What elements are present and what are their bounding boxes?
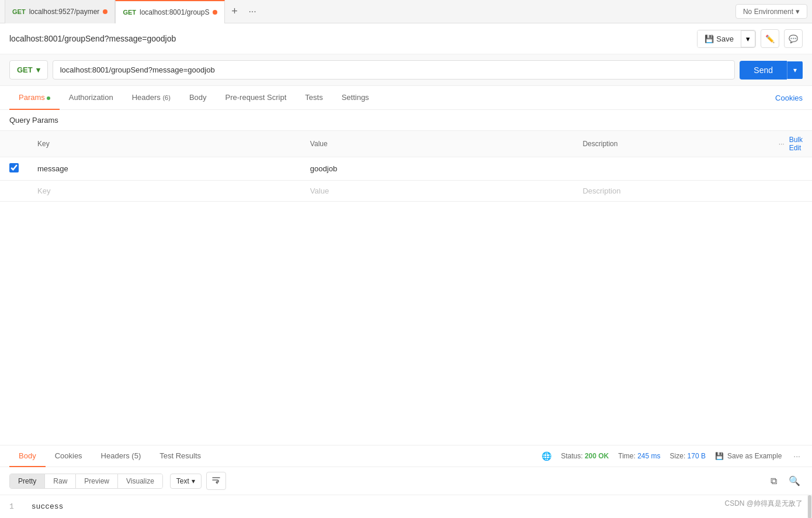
save-icon: 💾: [715, 452, 724, 460]
save-button-group: 💾 Save ▾: [697, 30, 756, 48]
time-value: 245 ms: [637, 452, 660, 460]
format-tab-visualize[interactable]: Visualize: [118, 474, 162, 488]
main-content: localhost:8001/groupSend?message=goodjob…: [0, 23, 812, 518]
size-value: 170 B: [688, 452, 706, 460]
resp-tab-cookies-label: Cookies: [55, 451, 82, 460]
empty-description-cell[interactable]: Description: [573, 181, 769, 202]
send-button[interactable]: Send: [740, 61, 787, 80]
method-selector[interactable]: GET ▾: [9, 60, 48, 80]
footer-watermark: CSDN @帅得真是无敌了: [724, 499, 803, 509]
th-checkbox: [0, 131, 28, 157]
send-button-group: Send ▾: [740, 61, 803, 80]
tab-headers-label: Headers (6): [132, 93, 171, 102]
tab-body[interactable]: Body: [180, 86, 216, 110]
title-actions: 💾 Save ▾ ✏️ 💬: [697, 29, 803, 48]
tab-body-label: Body: [189, 93, 207, 102]
search-button[interactable]: 🔍: [786, 473, 803, 489]
tab1-dot: [103, 9, 107, 14]
empty-description-placeholder: Description: [582, 187, 620, 195]
request-title-bar: localhost:8001/groupSend?message=goodjob…: [0, 23, 812, 54]
copy-button[interactable]: ⧉: [765, 473, 782, 489]
row-checkbox[interactable]: [9, 163, 19, 172]
response-body-text: success: [32, 502, 64, 511]
headers-badge: (6): [162, 94, 170, 101]
tabs-bar: GET localhost:9527/paymer GET localhost:…: [0, 0, 812, 23]
table-row-empty: Key Value Description: [0, 181, 812, 202]
tab-headers[interactable]: Headers (6): [123, 86, 180, 110]
resp-tab-headers-label: Headers (5): [101, 451, 141, 460]
method-label: GET: [17, 65, 33, 74]
resp-tab-cookies[interactable]: Cookies: [46, 446, 92, 467]
status-code: 200 OK: [585, 452, 609, 460]
tab-params[interactable]: Params: [9, 86, 60, 110]
format-tab-preview[interactable]: Preview: [76, 474, 118, 488]
bulk-edit-link[interactable]: Bulk Edit: [789, 136, 803, 152]
more-tabs-button[interactable]: ···: [244, 6, 261, 17]
row-key-value: message: [37, 164, 68, 173]
bulk-edit-dots: ···: [779, 140, 785, 148]
row-description-cell[interactable]: [573, 157, 769, 181]
url-input[interactable]: [53, 60, 735, 80]
row-value-value: goodjob: [310, 164, 337, 173]
environment-chevron-icon: ▾: [796, 7, 800, 16]
tab-1[interactable]: GET localhost:9527/paymer: [5, 0, 115, 23]
resp-tab-headers[interactable]: Headers (5): [92, 446, 151, 467]
method-chevron-icon: ▾: [36, 65, 40, 74]
th-actions: ··· Bulk Edit: [769, 131, 812, 157]
tab-authorization-label: Authorization: [69, 93, 113, 102]
save-dropdown-button[interactable]: ▾: [741, 30, 755, 47]
cookies-link[interactable]: Cookies: [775, 94, 803, 102]
environment-selector[interactable]: No Environment ▾: [735, 4, 807, 19]
tab-params-label: Params: [19, 93, 45, 102]
row-value-cell[interactable]: goodjob: [301, 157, 574, 181]
response-status-bar: 🌐 Status: 200 OK Time: 245 ms Size: 170 …: [542, 451, 803, 461]
edit-icon-button[interactable]: ✏️: [761, 29, 779, 48]
tab1-method: GET: [12, 8, 26, 15]
response-tabs-bar: Body Cookies Headers (5) Test Results 🌐 …: [0, 446, 812, 467]
format-selector[interactable]: Text ▾: [170, 474, 202, 489]
save-label: Save: [716, 34, 734, 43]
response-right-actions: ⧉ 🔍: [765, 473, 803, 489]
tab-authorization[interactable]: Authorization: [60, 86, 123, 110]
tab2-dot: [213, 10, 217, 15]
empty-key-cell[interactable]: Key: [28, 181, 301, 202]
tab-settings-label: Settings: [342, 93, 369, 102]
row-key-cell[interactable]: message: [28, 157, 301, 181]
response-area: Body Cookies Headers (5) Test Results 🌐 …: [0, 445, 812, 518]
response-body-toolbar: Pretty Raw Preview Visualize Text ▾ ⧉ 🔍: [0, 467, 812, 495]
add-tab-button[interactable]: +: [225, 2, 244, 21]
save-icon: 💾: [705, 34, 714, 43]
resp-tab-test-results-label: Test Results: [159, 451, 201, 460]
empty-value-cell[interactable]: Value: [301, 181, 574, 202]
environment-label: No Environment: [743, 8, 793, 16]
save-example-label: Save as Example: [727, 452, 782, 460]
row-actions-cell: [769, 157, 812, 181]
resp-tab-test-results[interactable]: Test Results: [150, 446, 210, 467]
empty-key-placeholder: Key: [37, 187, 50, 195]
save-button[interactable]: 💾 Save: [698, 30, 741, 47]
tab-tests[interactable]: Tests: [296, 86, 332, 110]
resp-tab-body[interactable]: Body: [9, 446, 46, 467]
tab-settings[interactable]: Settings: [332, 86, 379, 110]
table-row: message goodjob: [0, 157, 812, 181]
resp-tab-body-label: Body: [19, 451, 36, 460]
params-section: Query Params Key Value Description ··· B…: [0, 110, 812, 445]
format-tab-raw[interactable]: Raw: [45, 474, 76, 488]
send-dropdown-button[interactable]: ▾: [787, 61, 803, 79]
tab-2[interactable]: GET localhost:8001/groupS: [115, 0, 225, 23]
scrollbar-thumb: [808, 495, 811, 518]
empty-actions-cell: [769, 181, 812, 202]
save-example-button[interactable]: 💾 Save as Example: [715, 452, 782, 460]
tab2-method: GET: [123, 9, 136, 16]
format-tab-pretty[interactable]: Pretty: [10, 474, 45, 488]
comment-icon-button[interactable]: 💬: [784, 29, 803, 48]
tab-prerequest[interactable]: Pre-request Script: [216, 86, 296, 110]
code-area: 1 success: [0, 495, 812, 518]
code-area-wrapper: 1 success: [0, 495, 812, 518]
response-more-button[interactable]: ···: [791, 451, 803, 461]
scrollbar-vertical[interactable]: [807, 495, 812, 518]
url-bar: GET ▾ Send ▾: [0, 54, 812, 86]
th-description: Description: [573, 131, 769, 157]
tab2-url: localhost:8001/groupS: [140, 8, 209, 16]
word-wrap-button[interactable]: [206, 472, 226, 490]
